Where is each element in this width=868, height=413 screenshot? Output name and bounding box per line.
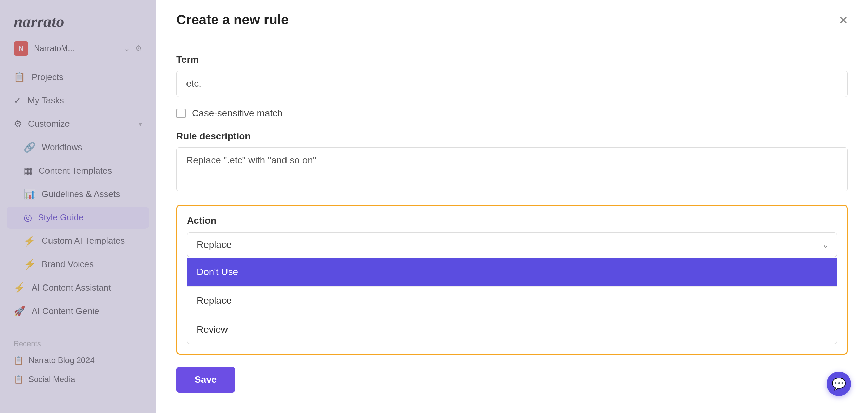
- modal-body: Term Case-sensitive match Rule descripti…: [156, 37, 868, 413]
- action-select-wrapper: Replace Don't Use Review ⌄: [187, 232, 837, 257]
- action-label: Action: [187, 215, 837, 226]
- close-button[interactable]: ×: [839, 13, 848, 27]
- action-select[interactable]: Replace Don't Use Review: [187, 232, 837, 257]
- dropdown-options: Don't Use Replace Review: [187, 258, 837, 344]
- modal-title: Create a new rule: [176, 12, 289, 27]
- term-label: Term: [176, 54, 848, 65]
- save-button[interactable]: Save: [176, 367, 235, 393]
- case-sensitive-label: Case-sensitive match: [192, 108, 283, 119]
- dropdown-option-dont-use[interactable]: Don't Use: [187, 258, 837, 286]
- dropdown-option-review[interactable]: Review: [187, 315, 837, 344]
- case-sensitive-row: Case-sensitive match: [176, 108, 848, 119]
- chat-button[interactable]: 💬: [827, 372, 851, 396]
- dropdown-option-replace[interactable]: Replace: [187, 286, 837, 315]
- rule-description-label: Rule description: [176, 131, 848, 142]
- rule-description-textarea[interactable]: Replace ".etc" with "and so on": [176, 147, 848, 191]
- modal-header: Create a new rule ×: [156, 0, 868, 37]
- create-rule-modal: Create a new rule × Term Case-sensitive …: [156, 0, 868, 413]
- term-input[interactable]: [176, 71, 848, 97]
- action-section: Action Replace Don't Use Review ⌄ Don't …: [176, 205, 848, 355]
- case-sensitive-checkbox[interactable]: [176, 109, 186, 118]
